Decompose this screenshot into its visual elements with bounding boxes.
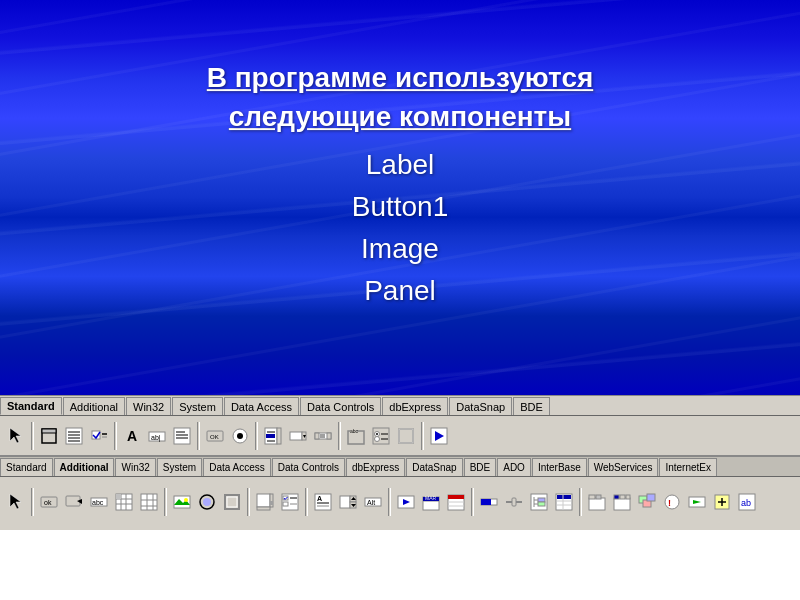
- svg-rect-30: [315, 433, 319, 439]
- richedit-button[interactable]: A: [311, 490, 335, 514]
- toolbar2-extra-btn3[interactable]: [710, 490, 734, 514]
- scrollbar-button[interactable]: [311, 424, 335, 448]
- label-button[interactable]: A: [120, 424, 144, 448]
- listbox-button[interactable]: [261, 424, 285, 448]
- actionlist-button[interactable]: [427, 424, 451, 448]
- toolbar2-extra-btn2[interactable]: [685, 490, 709, 514]
- pagecontrol-button[interactable]: [610, 490, 634, 514]
- pagecontrol-icon: [613, 493, 631, 511]
- toolbar2-extra-btn1[interactable]: !: [660, 490, 684, 514]
- list-button[interactable]: [62, 424, 86, 448]
- combobox-button[interactable]: [286, 424, 310, 448]
- frame-button[interactable]: [37, 424, 61, 448]
- listview-button[interactable]: [552, 490, 576, 514]
- tab1-datasnap[interactable]: DataSnap: [449, 397, 512, 415]
- shape-button[interactable]: [195, 490, 219, 514]
- tab2-internetex[interactable]: InternetEx: [659, 458, 717, 476]
- cursor-tool-button[interactable]: [4, 424, 28, 448]
- memo-button[interactable]: [170, 424, 194, 448]
- maskedit-icon: abc: [90, 493, 108, 511]
- svg-point-66: [184, 498, 188, 502]
- tab1-data-access[interactable]: Data Access: [224, 397, 299, 415]
- tabcontrol-button[interactable]: [585, 490, 609, 514]
- svg-rect-112: [557, 495, 571, 499]
- bevel-button[interactable]: [220, 490, 244, 514]
- svg-point-39: [375, 437, 380, 442]
- speedbutton-button[interactable]: [62, 490, 86, 514]
- checkbox2-button[interactable]: [228, 424, 252, 448]
- tab2-datasnap[interactable]: DataSnap: [406, 458, 462, 476]
- monthcalendar-icon: [447, 493, 465, 511]
- image-button[interactable]: [170, 490, 194, 514]
- stringgrid-button[interactable]: [112, 490, 136, 514]
- animate-button[interactable]: [394, 490, 418, 514]
- toolbar2-extra-btn4[interactable]: ab: [735, 490, 759, 514]
- separator2e: [388, 488, 391, 516]
- tab1-bde[interactable]: BDE: [513, 397, 550, 415]
- toolbar-icons-1: A ab| OK: [0, 416, 800, 456]
- tab1-dbexpress[interactable]: dbExpress: [382, 397, 448, 415]
- maskedit-button[interactable]: abc: [87, 490, 111, 514]
- checklistbox-button[interactable]: [278, 490, 302, 514]
- toolbar-tabs-2: Standard Additional Win32 System Data Ac…: [0, 457, 800, 477]
- imagelist-button[interactable]: [635, 490, 659, 514]
- separator2d: [305, 488, 308, 516]
- bitbtn-icon: ok: [40, 493, 58, 511]
- svg-rect-119: [614, 498, 630, 510]
- svg-rect-2: [42, 429, 56, 433]
- tab2-win32[interactable]: Win32: [115, 458, 155, 476]
- checkbox-button[interactable]: [87, 424, 111, 448]
- tab1-additional[interactable]: Additional: [63, 397, 125, 415]
- tab1-win32[interactable]: Win32: [126, 397, 171, 415]
- slide-component-image: Image: [207, 228, 594, 270]
- radiogroup-button[interactable]: [369, 424, 393, 448]
- tab2-bde[interactable]: BDE: [464, 458, 497, 476]
- imagelist-icon: [638, 493, 656, 511]
- scrollbox-button[interactable]: [253, 490, 277, 514]
- tab2-dbexpress[interactable]: dbExpress: [346, 458, 405, 476]
- edit-icon: ab|: [148, 427, 166, 445]
- svg-text:abc: abc: [350, 428, 359, 434]
- progressbar-button[interactable]: [477, 490, 501, 514]
- treeview-button[interactable]: [527, 490, 551, 514]
- trackbar-icon: [505, 493, 523, 511]
- datetimepicker-icon: MAR: [422, 493, 440, 511]
- datetimepicker-button[interactable]: MAR: [419, 490, 443, 514]
- panel-button[interactable]: [394, 424, 418, 448]
- svg-rect-117: [589, 495, 595, 499]
- cursor2-button[interactable]: [4, 490, 28, 514]
- tab2-interbase[interactable]: InterBase: [532, 458, 587, 476]
- tab2-data-access[interactable]: Data Access: [203, 458, 271, 476]
- updown-button[interactable]: [336, 490, 360, 514]
- checklistbox-icon: [281, 493, 299, 511]
- tab2-standard[interactable]: Standard: [0, 458, 53, 476]
- trackbar-button[interactable]: [502, 490, 526, 514]
- groupbox-icon: abc: [347, 427, 365, 445]
- tab2-additional[interactable]: Additional: [54, 458, 115, 476]
- updown-icon: [339, 493, 357, 511]
- extra-icon1: !: [663, 493, 681, 511]
- hotkey-button[interactable]: Alt: [361, 490, 385, 514]
- separator2f: [471, 488, 474, 516]
- monthcalendar-button[interactable]: [444, 490, 468, 514]
- separator2: [31, 488, 34, 516]
- radiogroup-icon: [372, 427, 390, 445]
- svg-text:ok: ok: [44, 499, 52, 506]
- tab1-data-controls[interactable]: Data Controls: [300, 397, 381, 415]
- tab1-system[interactable]: System: [172, 397, 223, 415]
- svg-point-68: [203, 498, 211, 506]
- drawgrid-button[interactable]: [137, 490, 161, 514]
- tab2-system[interactable]: System: [157, 458, 202, 476]
- tab2-data-controls[interactable]: Data Controls: [272, 458, 345, 476]
- bitbtn-button[interactable]: ok: [37, 490, 61, 514]
- tab1-standard[interactable]: Standard: [0, 397, 62, 415]
- edit-button[interactable]: ab|: [145, 424, 169, 448]
- groupbox-button[interactable]: abc: [344, 424, 368, 448]
- tab2-ado[interactable]: ADO: [497, 458, 531, 476]
- combobox-icon: [289, 427, 307, 445]
- button-component-button[interactable]: OK: [203, 424, 227, 448]
- slide-background: В программе используются следующие компо…: [0, 0, 800, 395]
- tab2-webservices[interactable]: WebServices: [588, 458, 659, 476]
- svg-text:MAR: MAR: [425, 495, 437, 501]
- separator: [31, 422, 34, 450]
